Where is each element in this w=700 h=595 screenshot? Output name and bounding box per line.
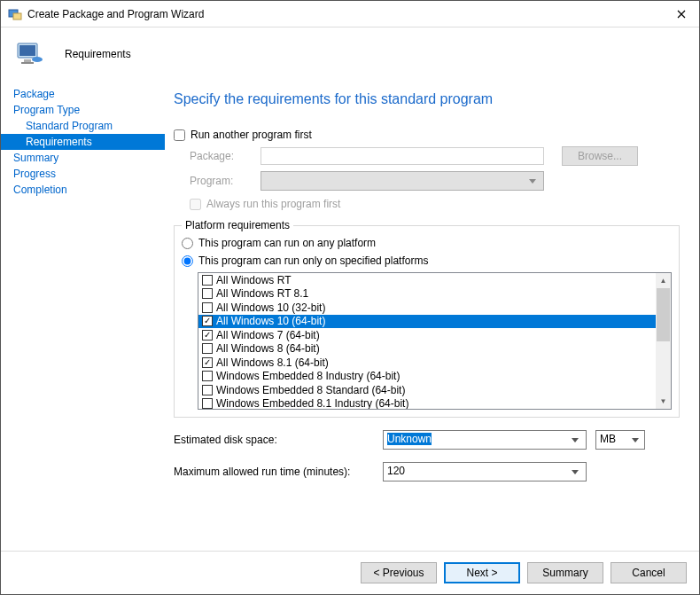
platform-item-label: Windows Embedded 8.1 Industry (64-bit) [216,397,408,409]
platform-item-label: All Windows 8 (64-bit) [216,342,320,355]
platform-listbox[interactable]: All Windows RTAll Windows RT 8.1All Wind… [198,272,672,410]
svg-rect-5 [21,62,34,64]
platform-item[interactable]: All Windows RT 8.1 [198,287,656,301]
platform-checkbox[interactable] [202,288,213,299]
platform-item[interactable]: Windows Embedded 8 Standard (64-bit) [198,383,656,397]
disk-space-combo[interactable]: Unknown [383,430,587,450]
svg-rect-4 [24,59,31,62]
platform-checkbox[interactable]: ✓ [202,330,213,341]
platform-item-label: All Windows RT 8.1 [216,287,308,300]
platform-legend: Platform requirements [182,219,293,231]
monitor-icon [15,40,43,68]
scrollbar[interactable]: ▲ ▼ [656,273,671,409]
svg-rect-3 [19,45,35,56]
platform-checkbox[interactable] [202,385,213,395]
platform-checkbox[interactable]: ✓ [202,316,213,326]
window-title: Create Package and Program Wizard [27,8,664,20]
scroll-track[interactable] [656,288,671,394]
runtime-combo[interactable]: 120 [383,462,587,481]
sidebar-item-program-type[interactable]: Program Type [1,102,165,118]
close-button[interactable] [664,1,699,27]
run-another-checkbox[interactable] [174,129,185,141]
wizard-footer: < Previous Next > Summary Cancel [1,551,699,594]
sidebar-item-package[interactable]: Package [1,86,165,102]
platform-item-label: Windows Embedded 8 Standard (64-bit) [216,384,405,396]
page-title: Specify the requirements for this standa… [174,91,680,107]
radio-specific-platform[interactable] [182,255,193,267]
sidebar-item-requirements[interactable]: Requirements [1,134,165,150]
platform-item-label: Windows Embedded 8 Industry (64-bit) [216,370,400,382]
summary-button[interactable]: Summary [527,562,603,583]
platform-item-label: All Windows 8.1 (64-bit) [216,356,329,369]
disk-space-label: Estimated disk space: [174,434,383,446]
platform-item[interactable]: All Windows 8 (64-bit) [198,342,656,356]
platform-item-label: All Windows RT [216,274,291,286]
scroll-thumb[interactable] [657,288,670,341]
scroll-up-button[interactable]: ▲ [656,273,671,288]
platform-item-label: All Windows 10 (64-bit) [216,315,325,327]
platform-item[interactable]: All Windows RT [198,273,656,287]
always-run-label: Always run this program first [206,198,340,210]
sidebar-item-standard-program[interactable]: Standard Program [1,118,165,134]
sidebar-item-progress[interactable]: Progress [1,166,165,182]
wizard-header: Requirements [1,27,699,81]
package-label: Package: [190,150,261,162]
radio-specific-label: This program can run only on specified p… [198,254,428,267]
disk-space-unit-combo[interactable]: MB [595,430,645,450]
cancel-button[interactable]: Cancel [611,562,687,583]
radio-any-platform[interactable] [182,238,193,249]
radio-any-label: This program can run on any platform [198,237,376,249]
platform-checkbox[interactable] [202,302,213,313]
titlebar: Create Package and Program Wizard [1,1,699,27]
platform-item[interactable]: Windows Embedded 8 Industry (64-bit) [198,370,656,384]
platform-item-label: All Windows 7 (64-bit) [216,329,320,341]
next-button[interactable]: Next > [444,562,520,583]
platform-item[interactable]: Windows Embedded 8.1 Industry (64-bit) [198,397,656,410]
main-panel: Specify the requirements for this standa… [165,81,699,551]
svg-point-6 [32,57,43,62]
run-another-label: Run another program first [191,129,312,141]
platform-checkbox[interactable] [202,275,213,286]
always-run-checkbox [190,199,201,210]
platform-checkbox[interactable] [202,371,213,381]
sidebar-item-completion[interactable]: Completion [1,182,165,198]
header-label: Requirements [65,48,131,60]
browse-button: Browse... [562,146,638,166]
platform-item-label: All Windows 10 (32-bit) [216,301,325,314]
platform-item[interactable]: ✓All Windows 8.1 (64-bit) [198,356,656,370]
platform-checkbox[interactable] [202,343,213,354]
platform-item[interactable]: ✓All Windows 10 (64-bit) [198,315,656,329]
app-icon [8,7,22,21]
program-combo [261,171,544,191]
platform-item[interactable]: ✓All Windows 7 (64-bit) [198,328,656,342]
svg-rect-1 [13,13,21,20]
sidebar-item-summary[interactable]: Summary [1,150,165,166]
platform-item[interactable]: All Windows 10 (32-bit) [198,301,656,315]
platform-fieldset: Platform requirements This program can r… [174,219,680,418]
scroll-down-button[interactable]: ▼ [656,394,671,409]
wizard-sidebar: Package Program Type Standard Program Re… [1,81,165,551]
platform-checkbox[interactable]: ✓ [202,357,213,368]
program-label: Program: [190,175,261,187]
package-input [261,147,544,165]
platform-checkbox[interactable] [202,398,213,409]
previous-button[interactable]: < Previous [361,562,437,583]
runtime-label: Maximum allowed run time (minutes): [174,466,383,478]
